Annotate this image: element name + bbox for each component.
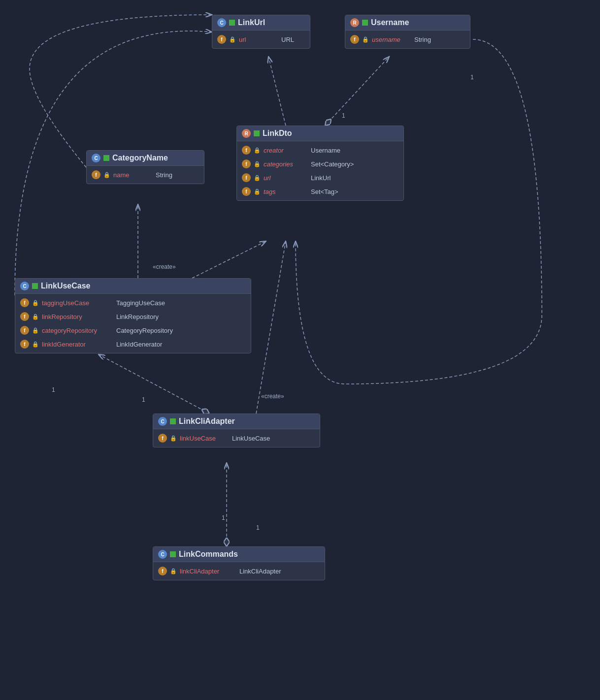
class-linkdto-title: LinkDto (263, 129, 292, 138)
field-name-url: url (239, 36, 278, 43)
class-linkcli-fields: f 🔒 linkUseCase LinkUseCase (153, 429, 320, 447)
field-name-url2: url (264, 174, 308, 182)
lock-icon: 🔒 (254, 189, 261, 195)
visibility-icon (32, 283, 38, 289)
lock-icon: 🔒 (103, 172, 110, 178)
field-icon-f: f (350, 35, 359, 44)
number-label-1a: 1 (52, 386, 55, 393)
field-icon-f: f (20, 340, 29, 349)
stereotype-icon-r: R (242, 129, 251, 138)
class-linkusecase: C LinkUseCase f 🔒 taggingUseCase Tagging… (15, 278, 251, 353)
field-type-creator: Username (311, 147, 340, 154)
field-name-linkcli: linkCliAdapter (180, 568, 236, 575)
field-name-linkrepository: linkRepository (42, 313, 113, 320)
field-linkrepository: f 🔒 linkRepository LinkRepository (15, 310, 251, 323)
lock-icon: 🔒 (254, 147, 261, 154)
field-name-name: name (113, 171, 153, 179)
field-type-linkrepository: LinkRepository (116, 313, 159, 320)
class-linkusecase-header: C LinkUseCase (15, 279, 251, 294)
number-label-1c: 1 (222, 514, 225, 521)
field-linkidgenerator: f 🔒 linkIdGenerator LinkIdGenerator (15, 337, 251, 351)
class-linkurl-fields: f 🔒 url URL (212, 31, 310, 48)
field-type-linkusecase: LinkUseCase (232, 435, 270, 442)
field-icon-f: f (20, 326, 29, 335)
class-linkurl-title: LinkUrl (238, 18, 265, 27)
lock-icon: 🔒 (32, 300, 39, 306)
svg-line-6 (268, 57, 286, 126)
field-taggingusecase: f 🔒 taggingUseCase TaggingUseCase (15, 296, 251, 310)
field-type-categories: Set<Category> (311, 160, 354, 168)
class-linkcommands-fields: f 🔒 linkCliAdapter LinkCliAdapter (153, 562, 325, 580)
visibility-icon (170, 551, 176, 557)
create-label-2: «create» (261, 393, 284, 400)
class-linkurl: C LinkUrl f 🔒 url URL (212, 15, 310, 49)
lock-icon: 🔒 (362, 36, 369, 43)
field-icon-f: f (20, 312, 29, 321)
class-linkdto: R LinkDto f 🔒 creator Username f 🔒 categ… (236, 126, 404, 201)
number-label-1f: 1 (470, 74, 474, 81)
visibility-icon (103, 155, 109, 161)
field-type-tags: Set<Tag> (311, 188, 338, 195)
field-icon-f: f (242, 146, 251, 155)
field-type-categoryrepository: CategoryRepository (116, 327, 173, 334)
field-tags: f 🔒 tags Set<Tag> (237, 185, 403, 198)
field-name: f 🔒 name String (87, 168, 204, 182)
stereotype-icon-c: C (158, 550, 167, 559)
field-creator: f 🔒 creator Username (237, 143, 403, 157)
number-label-1b: 1 (142, 396, 145, 403)
class-categoryname-header: C CategoryName (87, 151, 204, 166)
field-name-taggingusecase: taggingUseCase (42, 299, 113, 307)
number-label-1d: 1 (256, 524, 260, 531)
svg-line-4 (256, 241, 286, 414)
class-linkcli: C LinkCliAdapter f 🔒 linkUseCase LinkUse… (153, 414, 320, 447)
class-linkdto-header: R LinkDto (237, 126, 403, 141)
class-categoryname-fields: f 🔒 name String (87, 166, 204, 184)
lock-icon: 🔒 (254, 161, 261, 167)
field-categoryrepository: f 🔒 categoryRepository CategoryRepositor… (15, 323, 251, 337)
field-icon-f: f (242, 187, 251, 196)
field-icon-f: f (242, 159, 251, 168)
class-categoryname-title: CategoryName (112, 154, 168, 162)
lock-icon: 🔒 (229, 36, 236, 43)
class-linkurl-header: C LinkUrl (212, 15, 310, 31)
visibility-icon (229, 20, 235, 26)
field-url: f 🔒 url URL (212, 32, 310, 46)
lock-icon: 🔒 (32, 327, 39, 334)
field-type-username: String (414, 36, 431, 43)
lock-icon: 🔒 (254, 175, 261, 181)
class-username-title: Username (371, 18, 409, 27)
field-icon-f: f (158, 434, 167, 443)
stereotype-icon-c: C (158, 417, 167, 426)
field-icon-f: f (158, 567, 167, 575)
number-label-1e: 1 (342, 112, 345, 119)
field-icon-f: f (217, 35, 226, 44)
field-linkcli: f 🔒 linkCliAdapter LinkCliAdapter (153, 564, 325, 578)
lock-icon: 🔒 (170, 435, 177, 442)
class-linkusecase-fields: f 🔒 taggingUseCase TaggingUseCase f 🔒 li… (15, 294, 251, 353)
lock-icon: 🔒 (32, 341, 39, 348)
class-username-header: R Username (345, 15, 470, 31)
field-icon-f: f (242, 173, 251, 182)
field-url-linkdto: f 🔒 url LinkUrl (237, 171, 403, 185)
stereotype-icon-c: C (20, 282, 29, 290)
field-type-linkidgenerator: LinkIdGenerator (116, 341, 162, 348)
create-label-1: «create» (153, 263, 176, 270)
class-username-fields: f 🔒 username String (345, 31, 470, 48)
lock-icon: 🔒 (32, 314, 39, 320)
visibility-icon (362, 20, 368, 26)
field-icon-f: f (20, 298, 29, 307)
class-username: R Username f 🔒 username String (345, 15, 470, 49)
field-type-name: String (156, 171, 172, 179)
field-categories: f 🔒 categories Set<Category> (237, 157, 403, 171)
stereotype-icon-c: C (92, 154, 100, 162)
stereotype-icon-r: R (350, 18, 359, 27)
visibility-icon (254, 130, 260, 136)
class-linkcommands: C LinkCommands f 🔒 linkCliAdapter LinkCl… (153, 546, 325, 580)
field-type-url2: LinkUrl (311, 174, 331, 182)
stereotype-icon-c: C (217, 18, 226, 27)
class-linkdto-fields: f 🔒 creator Username f 🔒 categories Set<… (237, 141, 403, 200)
field-type-taggingusecase: TaggingUseCase (116, 299, 165, 307)
field-name-categories: categories (264, 160, 308, 168)
class-linkcommands-title: LinkCommands (179, 550, 238, 559)
svg-line-3 (99, 354, 209, 414)
